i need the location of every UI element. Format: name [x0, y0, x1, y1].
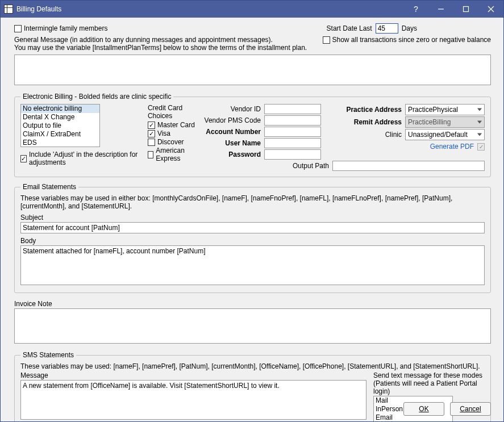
clinic-label: Clinic — [385, 131, 402, 139]
email-subject-label: Subject — [20, 214, 485, 222]
practice-address-label: Practice Address — [346, 106, 402, 114]
cc-mastercard-checkbox[interactable]: Master Card — [148, 121, 198, 129]
credit-card-choices-label: Credit Card Choices — [148, 104, 198, 120]
sms-message-textarea[interactable] — [20, 380, 366, 420]
start-date-last-input[interactable] — [376, 23, 398, 34]
ebill-option-none[interactable]: No electronic billing — [21, 105, 99, 113]
sms-variables-text: These variables may be used: [nameF], [n… — [20, 362, 485, 370]
show-all-transactions-checkbox[interactable]: Show all transactions since zero or nega… — [323, 36, 491, 44]
output-path-input[interactable] — [332, 161, 485, 171]
practice-address-combo[interactable]: PracticePhysical — [405, 104, 485, 115]
account-number-input[interactable] — [264, 127, 321, 137]
ebill-option-eds[interactable]: EDS — [21, 139, 99, 147]
generate-pdf-link[interactable]: Generate PDF — [430, 143, 474, 151]
electronic-billing-legend: Electronic Billing - Bolded fields are c… — [20, 93, 173, 101]
days-label: Days — [402, 24, 417, 32]
output-path-label: Output Path — [293, 162, 329, 170]
generate-pdf-checkbox: ✓ — [477, 143, 485, 151]
intermingle-checkbox[interactable]: Intermingle family members — [14, 24, 107, 32]
start-date-last-label: Start Date Last — [327, 24, 372, 32]
billing-defaults-window: Billing Defaults ? Intermingle family me… — [0, 0, 504, 422]
cancel-button[interactable]: Cancel — [450, 402, 491, 416]
email-subject-input[interactable] — [20, 222, 485, 233]
show-all-transactions-label: Show all transactions since zero or nega… — [332, 36, 491, 44]
email-body-label: Body — [20, 237, 485, 245]
remit-address-label: Remit Address — [354, 118, 402, 126]
window-title: Billing Defaults — [16, 5, 403, 13]
sms-statements-legend: SMS Statements — [20, 351, 76, 359]
svg-rect-1 — [464, 7, 469, 12]
sms-message-label: Message — [20, 371, 366, 379]
chevron-down-icon — [477, 108, 482, 111]
sms-modes-label-2: (Patients will need a Patient Portal log… — [373, 379, 485, 395]
chevron-down-icon — [477, 133, 482, 136]
general-message-desc-2: You may use the variable [InstallmentPla… — [14, 44, 323, 52]
app-icon — [4, 5, 13, 14]
password-input[interactable] — [264, 149, 321, 160]
titlebar: Billing Defaults ? — [1, 1, 503, 18]
ebill-option-claimx[interactable]: ClaimX / ExtraDent — [21, 130, 99, 139]
cc-visa-checkbox[interactable]: Visa — [148, 129, 198, 137]
close-button[interactable] — [478, 1, 503, 18]
email-statements-legend: Email Statements — [20, 183, 78, 191]
include-adjust-checkbox[interactable]: Include 'Adjust' in the description for … — [20, 151, 141, 166]
user-name-label: User Name — [225, 139, 261, 147]
vendor-pms-label: Vendor PMS Code — [205, 116, 261, 124]
account-number-label: Account Number — [206, 128, 261, 136]
user-name-input[interactable] — [264, 138, 321, 148]
clinic-combo[interactable]: Unassigned/Default — [405, 129, 485, 140]
cc-amex-checkbox[interactable]: American Express — [148, 147, 198, 162]
vendor-id-input[interactable] — [264, 104, 321, 114]
email-variables-text: These variables may be used in either bo… — [20, 194, 485, 210]
email-body-textarea[interactable] — [20, 245, 485, 285]
help-button[interactable]: ? — [403, 1, 428, 18]
ebill-option-output[interactable]: Output to file — [21, 122, 99, 130]
ok-button[interactable]: OK — [403, 402, 444, 416]
invoice-note-textarea[interactable] — [14, 308, 491, 344]
include-adjust-label: Include 'Adjust' in the description for … — [29, 151, 141, 166]
intermingle-label: Intermingle family members — [24, 24, 107, 32]
chevron-down-icon — [477, 121, 482, 124]
electronic-billing-group: Electronic Billing - Bolded fields are c… — [14, 93, 491, 177]
electronic-billing-list[interactable]: No electronic billing Dental X Change Ou… — [20, 104, 100, 147]
password-label: Password — [228, 151, 261, 158]
vendor-pms-input[interactable] — [264, 115, 321, 126]
email-statements-group: Email Statements These variables may be … — [14, 183, 491, 293]
maximize-button[interactable] — [453, 1, 478, 18]
invoice-note-label: Invoice Note — [14, 300, 491, 308]
ebill-option-dentalx[interactable]: Dental X Change — [21, 113, 99, 122]
general-message-desc-1: General Message (in addition to any dunn… — [14, 36, 323, 44]
vendor-id-label: Vendor ID — [231, 105, 261, 113]
cc-discover-checkbox[interactable]: Discover — [148, 138, 198, 146]
minimize-button[interactable] — [428, 1, 453, 18]
general-message-textarea[interactable] — [14, 55, 491, 85]
remit-address-combo: PracticeBilling — [405, 116, 485, 128]
sms-modes-label-1: Send text message for these modes — [373, 371, 485, 379]
